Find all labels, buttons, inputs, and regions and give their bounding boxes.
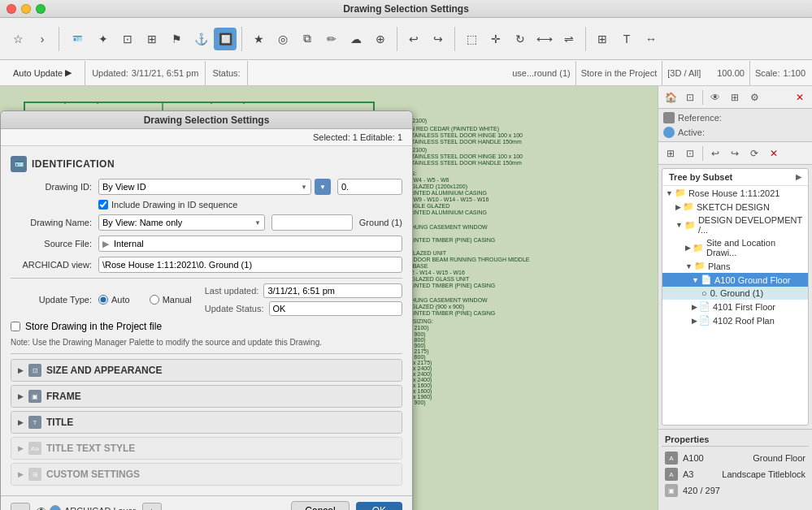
tree-arrow-design-dev: ▼	[675, 221, 683, 229]
rp-btn-a[interactable]: ⊞	[662, 145, 680, 162]
include-sequence-checkbox-item: Include Drawing in ID sequence	[98, 200, 237, 210]
toolbar-separator-3	[397, 27, 397, 51]
cancel-button[interactable]: Cancel	[291, 501, 349, 510]
properties-header: Properties	[662, 433, 809, 447]
close-button[interactable]	[7, 4, 16, 14]
flag-button[interactable]: ⚑	[165, 28, 188, 50]
tree-item-site-loc[interactable]: ▶ 📁 Site and Location Drawi...	[662, 236, 808, 259]
star-button[interactable]: ☆	[7, 28, 29, 50]
tree-item-a100-ground[interactable]: ▼ 📄 A100 Ground Floor	[662, 273, 808, 287]
copy-button[interactable]: ⧉	[296, 28, 319, 50]
manual-radio-label: Manual	[163, 295, 192, 305]
back-button[interactable]: ↩	[402, 28, 425, 50]
title-section: ▶ T TITLE	[11, 411, 402, 434]
rp-btn-c[interactable]: ↩	[706, 145, 724, 162]
tree-header[interactable]: Tree by Subset ▶	[662, 169, 808, 186]
rp-settings-btn[interactable]: ⚙	[745, 89, 763, 106]
size-appearance-header[interactable]: ▶ ⊡ SIZE AND APPEARANCE	[11, 360, 402, 381]
last-updated-label: Last updated:	[205, 286, 259, 296]
auto-update-button[interactable]: Auto Update ▶	[7, 63, 78, 83]
title-header[interactable]: ▶ T TITLE	[11, 412, 402, 433]
rp-btn-d[interactable]: ↪	[726, 145, 744, 162]
include-sequence-checkbox[interactable]	[98, 200, 108, 210]
active-tool-button[interactable]: 🔲	[214, 28, 237, 50]
tree-item-sketch[interactable]: ▶ 📁 SKETCH DESIGN	[662, 200, 808, 214]
select-button[interactable]: ⬚	[460, 28, 483, 50]
forward-button[interactable]: ↪	[427, 28, 449, 50]
expand-button[interactable]: ⋯	[11, 503, 30, 510]
drawing-id-blue-btn[interactable]: ▼	[315, 179, 331, 195]
drawing-name-display: Ground (1)	[359, 218, 402, 227]
id-section-icon: 🪪	[11, 156, 27, 172]
last-updated-input[interactable]	[263, 283, 402, 298]
update-details: Last updated: Update Status:	[205, 283, 402, 316]
star2-button[interactable]: ★	[247, 28, 270, 50]
rp-section-btn[interactable]: ⊡	[681, 89, 699, 106]
layer-expand-button[interactable]: ›	[142, 503, 162, 510]
update-status-input[interactable]	[269, 301, 403, 316]
dim-button[interactable]: ↔	[640, 28, 662, 50]
drawing-name-dropdown[interactable]: By View: Name only ▼	[98, 214, 265, 231]
identification-header[interactable]: 🪪 IDENTIFICATION	[11, 153, 402, 175]
auto-radio[interactable]	[98, 295, 108, 305]
move-button[interactable]: ✛	[484, 28, 507, 50]
rp-house-btn[interactable]: 🏠	[662, 89, 680, 106]
auto-radio-item: Auto	[98, 295, 130, 305]
tree-label-plans: Plans	[708, 261, 731, 271]
footer-left: ⋯ 👁 ARCHICAD Layer ›	[11, 503, 284, 510]
orbit-button[interactable]: ◎	[271, 28, 294, 50]
window-controls	[7, 4, 46, 14]
minimize-button[interactable]	[21, 4, 31, 14]
scale-tool-button[interactable]: ⟷	[533, 28, 556, 50]
nav-forward-button[interactable]: ›	[31, 28, 54, 50]
manual-radio[interactable]	[150, 295, 159, 305]
frame-label: FRAME	[46, 391, 81, 402]
right-panel-toolbar-1: 🏠 ⊡ 👁 ⊞ ⚙ ✕	[658, 86, 812, 109]
compare-button[interactable]: ⊕	[369, 28, 392, 50]
custom-settings-header[interactable]: ▶ ⊞ CUSTOM SETTINGS	[11, 464, 402, 485]
sec-sep-5	[662, 61, 662, 85]
tree-item-rose-house[interactable]: ▼ 📁 Rose House 1:11:2021	[662, 186, 808, 200]
tree-label-design-dev: DESIGN DEVELOPMENT /...	[698, 215, 805, 235]
frame-collapse-arrow: ▶	[18, 392, 24, 400]
cloud-button[interactable]: ☁	[345, 28, 367, 50]
id-button[interactable]: 🪪	[64, 28, 90, 50]
drawing-id-dropdown[interactable]: By View ID ▼	[98, 179, 311, 195]
custom-settings-section: ▶ ⊞ CUSTOM SETTINGS	[11, 463, 402, 486]
store-drawing-checkbox[interactable]	[11, 322, 20, 331]
mirror-button[interactable]: ⇌	[558, 28, 580, 50]
rp-btn-e[interactable]: ⟳	[745, 145, 763, 162]
ok-button[interactable]: OK	[356, 502, 402, 510]
archicad-view-input[interactable]	[98, 257, 402, 273]
update-status-label: Update Status:	[205, 304, 264, 313]
table-button[interactable]: ⊞	[591, 28, 614, 50]
magic-button[interactable]: ✦	[92, 28, 115, 50]
title-text-style-header[interactable]: ▶ Aa TITLE TEXT STYLE	[11, 438, 402, 459]
tree-item-a102-roof[interactable]: ▶ 📄 4102 Roof Plan	[662, 313, 808, 327]
text-button[interactable]: T	[615, 28, 638, 50]
maximize-button[interactable]	[36, 4, 46, 14]
rp-btn-b[interactable]: ⊡	[681, 145, 699, 162]
rp-btn-f[interactable]: ✕	[765, 145, 783, 162]
rp-view-btn[interactable]: 👁	[706, 89, 724, 106]
tree-item-ground-1[interactable]: ○ 0. Ground (1)	[662, 287, 808, 300]
tree-item-plans[interactable]: ▼ 📁 Plans	[662, 259, 808, 273]
anchor-button[interactable]: ⚓	[189, 28, 212, 50]
title-collapse-arrow: ▶	[18, 418, 24, 426]
rp-close-btn[interactable]: ✕	[791, 89, 809, 106]
grid-button[interactable]: ⊞	[141, 28, 163, 50]
frame-header[interactable]: ▶ ▣ FRAME	[11, 386, 402, 407]
drawing-id-value-input[interactable]	[337, 179, 402, 195]
section-button[interactable]: ⊡	[116, 28, 139, 50]
tree-item-design-dev[interactable]: ▼ 📁 DESIGN DEVELOPMENT /...	[662, 214, 808, 236]
update-type-label: Update Type:	[11, 295, 92, 305]
drawing-id-control: By View ID ▼ ▼	[98, 179, 331, 195]
rotate-button[interactable]: ↻	[509, 28, 532, 50]
prop-row-1: A A3 Landscape Titleblock	[662, 466, 809, 482]
edit-button[interactable]: ✏	[320, 28, 343, 50]
tree-item-a101-first[interactable]: ▶ 📄 4101 First Floor	[662, 300, 808, 313]
toolbar-separator-1	[59, 27, 59, 51]
drawing-name-value-input[interactable]	[271, 214, 353, 231]
title-text-style-label: TITLE TEXT STYLE	[46, 443, 135, 454]
rp-layer-btn[interactable]: ⊞	[726, 89, 744, 106]
